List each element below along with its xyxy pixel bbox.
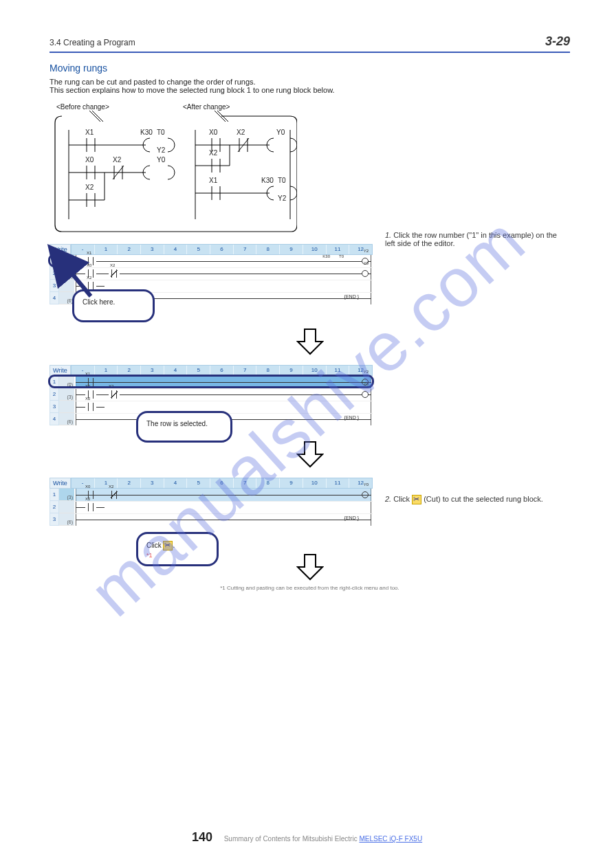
arrow-down-2 (296, 441, 324, 468)
row-num-1[interactable]: 1 (50, 255, 59, 267)
bubble-2-text: The row is selected. (146, 420, 222, 429)
footer-link[interactable]: MELSEC iQ-F FX5U (359, 835, 422, 843)
step-2: 2. Click (Cut) to cut the selected rung … (385, 495, 564, 504)
row-num-1[interactable]: 1 (50, 376, 59, 388)
step-1-num: 1. (385, 231, 391, 239)
la-x0: X0 (209, 129, 217, 136)
arrow-down-1 (296, 328, 324, 355)
la-x2a: X2 (237, 129, 245, 136)
row-num-1[interactable]: 1 (50, 489, 59, 501)
la-x1: X1 (209, 177, 217, 184)
step-1: 1. Click the row number ("1" in this exa… (385, 231, 564, 247)
lb-t0: T0 (157, 129, 165, 136)
label-before: <Before change> (56, 103, 109, 111)
la-x2b: X2 (209, 149, 217, 157)
section-path: 3.4 Creating a Program (50, 38, 135, 47)
row-num-4[interactable]: 4 (50, 292, 59, 304)
la-y2: Y2 (278, 194, 286, 202)
page-number-top: 3-29 (545, 34, 570, 49)
page: 3.4 Creating a Program 3-29 Moving rungs… (0, 0, 614, 868)
row-num-2[interactable]: 2 (50, 267, 59, 280)
step-1-text: Click the row number ("1" in this exampl… (385, 231, 557, 247)
mode-indicator: Write (50, 244, 71, 255)
bubble-3-text: Click (146, 542, 162, 549)
lb-x2b: X2 (85, 183, 94, 191)
footer-text: Summary of Contents for Mitsubishi Elect… (224, 835, 360, 843)
step-2-text-a: Click (393, 495, 412, 503)
row-num-3[interactable]: 3 (50, 401, 59, 413)
header: 3.4 Creating a Program 3-29 (50, 34, 570, 53)
lb-x0: X0 (85, 156, 94, 164)
lb-x2a: X2 (113, 156, 121, 164)
editor-ribbon: Write - 1 2 3 4 5 6 7 8 9 10 11 12 (50, 244, 373, 255)
lb-x1: X1 (85, 129, 94, 136)
footer-page: 140 (192, 830, 212, 844)
schematic: <Before change> <After change> X1 K30 T0… (50, 104, 297, 234)
intro: The rung can be cut and pasted to change… (50, 78, 570, 94)
label-after: <After change> (183, 103, 230, 111)
scissors-icon[interactable] (412, 495, 421, 504)
row-num-3[interactable]: 3 (50, 280, 59, 292)
editor-panel-3: Write -123456789101112 1 2 3 (3) (6) (50, 478, 373, 526)
footnote: *1 Cutting and pasting can be executed f… (50, 585, 570, 591)
callout-bubble-3: Click . *1 (136, 532, 219, 566)
lb-y2: Y2 (157, 146, 165, 154)
scissors-icon (163, 541, 173, 550)
row-num-3[interactable]: 3 (50, 513, 59, 526)
lb-k30: K30 (140, 129, 153, 136)
row-num-4[interactable]: 4 (50, 413, 59, 425)
callout-bubble-2: The row is selected. (136, 411, 232, 443)
svg-line-0 (89, 111, 100, 122)
footer: 140 Summary of Contents for Mitsubishi E… (0, 830, 614, 845)
row-num-2[interactable]: 2 (50, 501, 59, 513)
bubble-3-note: *1 (146, 552, 208, 559)
la-k30: K30 (261, 177, 274, 184)
row-numbers[interactable]: 1 2 3 4 (50, 255, 59, 304)
col-headers: - 1 2 3 4 5 6 7 8 9 10 11 12 (71, 244, 373, 255)
lb-y0: Y0 (157, 156, 165, 164)
step-2-num: 2. (385, 495, 391, 503)
la-y0: Y0 (276, 129, 285, 136)
heading: Moving rungs (50, 63, 570, 74)
la-t0: T0 (278, 177, 286, 184)
step-2-text-b: (Cut) to cut the selected rung block. (424, 495, 543, 503)
row-num-2[interactable]: 2 (50, 388, 59, 401)
svg-line-1 (92, 111, 103, 122)
arrow-down-3 (296, 553, 324, 581)
